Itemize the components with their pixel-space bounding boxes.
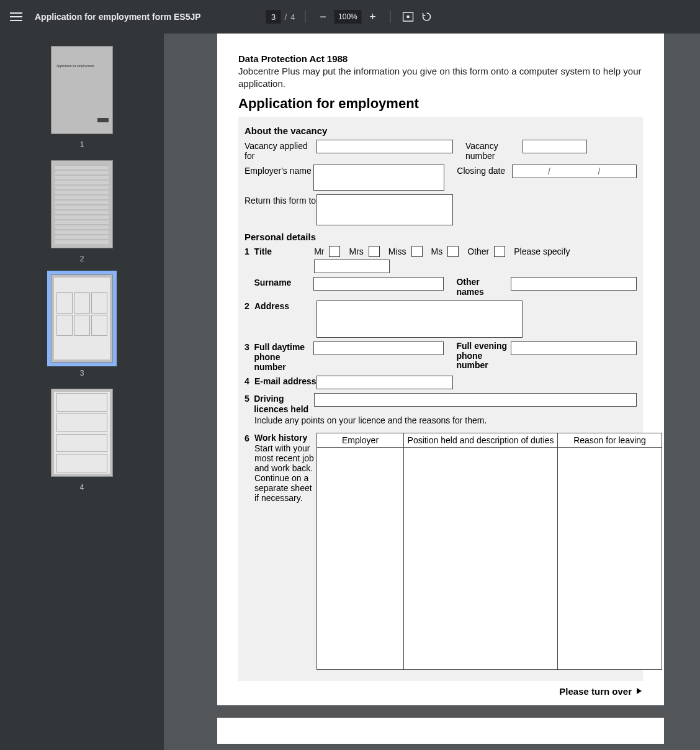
option-mrs-label: Mrs <box>349 246 363 256</box>
turn-over-note: Please turn over <box>238 686 642 697</box>
input-address[interactable] <box>316 300 523 338</box>
label-work-history: Work history <box>254 433 307 443</box>
document-title: Application for employment form ES5JP <box>35 12 201 22</box>
section-personal-details: Personal details <box>245 232 637 242</box>
label-day-phone: Full daytime phone number <box>254 341 313 372</box>
input-title-specify[interactable] <box>314 260 390 273</box>
checkbox-ms[interactable] <box>447 246 459 257</box>
input-licences[interactable] <box>314 393 637 407</box>
toolbar-divider <box>305 11 305 23</box>
work-history-sub: Start with your most recent job and work… <box>254 443 316 504</box>
rotate-icon[interactable] <box>419 9 434 24</box>
cell-position[interactable] <box>404 447 558 669</box>
thumb-4-label: 4 <box>80 483 84 492</box>
label-return-to: Return this form to <box>245 194 316 206</box>
col-position: Position held and description of duties <box>404 433 558 447</box>
label-licences: Driving licences held <box>254 393 314 413</box>
data-protection-heading: Data Protection Act 1988 <box>238 53 643 64</box>
q6-number: 6 <box>245 433 252 443</box>
label-employer-name: Employer's name <box>245 165 313 176</box>
zoom-level[interactable]: 100% <box>334 10 361 24</box>
thumbnail-1[interactable]: Application for employment 1 <box>0 46 164 149</box>
input-eve-phone[interactable] <box>511 341 637 355</box>
thumbnail-sidebar[interactable]: Application for employment 1 2 3 4 <box>0 34 164 750</box>
label-vacancy-number: Vacancy number <box>465 140 523 161</box>
svg-rect-1 <box>406 16 409 18</box>
input-surname[interactable] <box>313 277 444 291</box>
toolbar-center: / 4 − 100% + <box>266 9 434 24</box>
input-vacancy-applied[interactable] <box>316 140 453 153</box>
q3-number: 3 <box>245 341 251 352</box>
fit-page-icon[interactable] <box>400 9 415 24</box>
input-vacancy-number[interactable] <box>523 140 587 153</box>
page-separator: / <box>285 12 287 22</box>
arrow-right-icon <box>637 688 642 694</box>
thumb-1-text: Application for employment <box>56 64 94 68</box>
col-reason: Reason for leaving <box>558 433 662 447</box>
checkbox-mrs[interactable] <box>369 246 380 257</box>
pdf-toolbar: Application for employment form ES5JP / … <box>0 0 700 34</box>
label-surname: Surname <box>254 277 313 287</box>
checkbox-miss[interactable] <box>411 246 423 257</box>
label-email: E-mail address <box>254 376 316 386</box>
label-eve-phone: Full evening phone number <box>456 341 511 370</box>
zoom-in-button[interactable]: + <box>365 9 380 24</box>
menu-icon[interactable] <box>10 9 25 24</box>
q5-number: 5 <box>245 393 251 404</box>
input-email[interactable] <box>316 376 453 389</box>
q1-number: 1 <box>245 246 252 256</box>
licence-note: Include any points on your licence and t… <box>254 415 637 425</box>
input-other-names[interactable] <box>511 277 637 291</box>
page-total: 4 <box>290 12 295 22</box>
thumb-2-label: 2 <box>80 255 84 263</box>
input-closing-date[interactable]: // <box>512 165 637 178</box>
zoom-out-button[interactable]: − <box>315 9 330 24</box>
label-closing-date: Closing date <box>457 165 511 176</box>
thumb-1-label: 1 <box>80 140 84 149</box>
thumbnail-4[interactable]: 4 <box>0 389 164 492</box>
page-3: Data Protection Act 1988 Jobcentre Plus … <box>217 34 664 705</box>
cell-reason[interactable] <box>558 447 662 669</box>
q4-number: 4 <box>245 376 252 386</box>
input-return-to[interactable] <box>316 194 453 225</box>
label-other-names: Other names <box>456 277 507 297</box>
toolbar-divider <box>390 11 390 23</box>
page-number-input[interactable] <box>266 10 281 24</box>
thumb-3-label: 3 <box>80 369 84 377</box>
thumbnail-2[interactable]: 2 <box>0 160 164 263</box>
label-address: Address <box>254 300 316 311</box>
option-mr-label: Mr <box>314 246 324 256</box>
thumbnail-3[interactable]: 3 <box>0 274 164 377</box>
q2-number: 2 <box>245 300 252 311</box>
form-panel: About the vacancy Vacancy applied for Va… <box>238 117 643 681</box>
col-employer: Employer <box>317 433 404 447</box>
cell-employer[interactable] <box>317 447 404 669</box>
label-please-specify: Please specify <box>514 246 570 256</box>
checkbox-other[interactable] <box>494 246 505 257</box>
main-area: Application for employment 1 2 3 4 Data … <box>0 34 700 750</box>
page-title: Application for employment <box>238 96 643 112</box>
q1-title-label: Title <box>254 246 315 256</box>
option-ms-label: Ms <box>431 246 443 256</box>
data-protection-text: Jobcentre Plus may put the information y… <box>238 65 643 89</box>
section-about-vacancy: About the vacancy <box>245 125 637 136</box>
input-day-phone[interactable] <box>313 341 444 355</box>
option-other-label: Other <box>467 246 489 256</box>
label-vacancy-applied: Vacancy applied for <box>245 140 316 161</box>
document-viewport[interactable]: Data Protection Act 1988 Jobcentre Plus … <box>164 34 700 750</box>
option-miss-label: Miss <box>388 246 406 256</box>
work-history-table: Employer Position held and description o… <box>316 433 662 670</box>
page-4-peek <box>217 718 664 744</box>
input-employer-name[interactable] <box>313 165 444 191</box>
checkbox-mr[interactable] <box>329 246 340 257</box>
